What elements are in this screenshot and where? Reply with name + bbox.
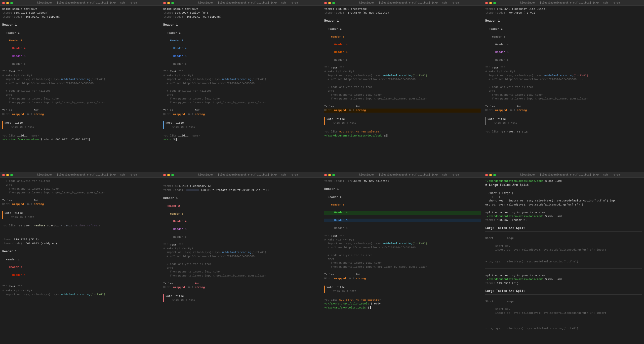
terminal-top-mid1[interactable]: klessinger — [klessinger@MacBook-Pro.fri…: [161, 0, 322, 172]
close-button-4[interactable]: [485, 2, 488, 4]
maximize-button-4[interactable]: [493, 2, 496, 4]
titlebar-1: klessinger — [klessinger@MacBook-Pro.fri…: [0, 0, 161, 6]
h6: Header 6: [2, 62, 159, 66]
tables-line: Tables Fmt: [2, 109, 159, 112]
h1: Header 1: [2, 23, 159, 27]
terminal-top-left[interactable]: klessinger — [klessinger@MacBook-Pro.fri…: [0, 0, 161, 172]
terminal-bot-left[interactable]: klessinger — [klessinger@MacBook-Pro.fri…: [0, 172, 161, 344]
prompt-line: ~/axc/src/axc/markdown $ mdv -t 665.9171…: [2, 138, 159, 142]
maximize-button-2[interactable]: [171, 2, 174, 4]
terminal-bot-mid2[interactable]: klessinger — [klessinger@MacBook-Pro.fri…: [322, 172, 483, 344]
minimize-button-5[interactable]: [6, 174, 9, 176]
minimize-button-8[interactable]: [489, 174, 492, 176]
close-button-8[interactable]: [485, 174, 488, 176]
window-title-4: klessinger — [klessinger@MacBook-Pro.fri…: [498, 2, 642, 4]
h3: Header 3: [2, 39, 159, 43]
window-title-1: klessinger — [klessinger@MacBook-Pro.fri…: [15, 2, 159, 4]
note-block-4: Note: title this is a Note: [485, 117, 642, 125]
note-block-5: Note: title this is a Note: [2, 211, 159, 219]
note-block-6: Note: title this is a Note: [163, 294, 320, 302]
close-button-7[interactable]: [324, 174, 327, 176]
close-button-5[interactable]: [2, 174, 5, 176]
window-title-6: klessinger — [klessinger@MacBook-Pro.fri…: [176, 174, 320, 176]
close-button[interactable]: [2, 2, 5, 4]
terminal-content-2[interactable]: Using sample markdown theme: 884.0977 (S…: [161, 6, 322, 172]
maximize-button-3[interactable]: [332, 2, 335, 4]
terminal-content-7[interactable]: theme (code): 579.6579 (My new palette) …: [322, 178, 483, 344]
close-button-6[interactable]: [163, 174, 166, 176]
terminal-content-4[interactable]: theme: 676.3548 (Burgundy Lime Juice) th…: [483, 6, 644, 172]
code-theme-line: theme (code): 665.9171 (carribbean): [2, 15, 159, 19]
close-button-3[interactable]: [324, 2, 327, 4]
note-block-7: Note: title this is a Note: [324, 286, 481, 293]
minimize-button[interactable]: [6, 2, 9, 4]
terminal-bot-mid1[interactable]: klessinger — [klessinger@MacBook-Pro.fri…: [161, 172, 322, 344]
terminal-content-8[interactable]: ~/axc/documentation/axess/docs/zodb $ ca…: [483, 178, 644, 344]
terminal-top-mid2[interactable]: klessinger — [klessinger@MacBook-Pro.fri…: [322, 0, 483, 172]
close-button-2[interactable]: [163, 2, 166, 4]
terminal-content-6[interactable]: theme: 884.0134 (Legendary 5) theme (cod…: [161, 178, 322, 344]
terminal-top-right[interactable]: klessinger — [klessinger@MacBook-Pro.fri…: [483, 0, 644, 172]
window-title-5: klessinger — [klessinger@MacBook-Pro.fri…: [15, 174, 159, 176]
window-title-8: klessinger — [klessinger@MacBook-Pro.fri…: [498, 174, 642, 176]
maximize-button-5[interactable]: [10, 174, 13, 176]
titlebar-7: klessinger — [klessinger@MacBook-Pro.fri…: [322, 172, 483, 178]
window-title-3: klessinger — [klessinger@MacBook-Pro.fri…: [337, 2, 481, 4]
window-title-7: klessinger — [klessinger@MacBook-Pro.fri…: [337, 174, 481, 176]
titlebar-2: klessinger — [klessinger@MacBook-Pro.fri…: [161, 0, 322, 6]
h4: Header 4: [2, 47, 159, 50]
minimize-button-4[interactable]: [489, 2, 492, 4]
titlebar-5: klessinger — [klessinger@MacBook-Pro.fri…: [0, 172, 161, 178]
minimize-button-2[interactable]: [167, 2, 170, 4]
minimize-button-6[interactable]: [167, 174, 170, 176]
note-block: Note: title this is a Note: [2, 121, 159, 129]
titlebar-8: klessinger — [klessinger@MacBook-Pro.fri…: [483, 172, 644, 178]
terminal-content-3[interactable]: theme: 663.6093 (reddyred) theme (code):…: [322, 6, 483, 172]
note-block-2: Note: title this is a Note: [163, 121, 320, 129]
titlebar-6: klessinger — [klessinger@MacBook-Pro.fri…: [161, 172, 322, 178]
maximize-button[interactable]: [10, 2, 13, 4]
h5: Header 5: [2, 54, 159, 58]
you-line: You like __id__, name?: [2, 134, 159, 138]
titlebar-4: klessinger — [klessinger@MacBook-Pro.fri…: [483, 0, 644, 6]
terminal-bot-right[interactable]: klessinger — [klessinger@MacBook-Pro.fri…: [483, 172, 644, 344]
terminal-content-1[interactable]: Using sample markdown theme: 665.9171 (c…: [0, 6, 161, 172]
maximize-button-8[interactable]: [493, 174, 496, 176]
hint-line: Hint: wrapped 0.1 strong: [2, 113, 159, 116]
minimize-button-7[interactable]: [328, 174, 331, 176]
test-line: """ Test """: [2, 70, 159, 74]
maximize-button-6[interactable]: [171, 174, 174, 176]
titlebar-3: klessinger — [klessinger@MacBook-Pro.fri…: [322, 0, 483, 6]
theme-line: theme: 665.9171 (carribbean): [2, 11, 159, 15]
minimize-button-3[interactable]: [328, 2, 331, 4]
using-label: Using sample markdown: [2, 7, 159, 11]
window-title-2: klessinger — [klessinger@MacBook-Pro.fri…: [176, 2, 320, 4]
note-block-3: Note: title this is a Note: [324, 117, 481, 125]
h2: Header 2: [2, 31, 159, 35]
maximize-button-7[interactable]: [332, 174, 335, 176]
terminal-content-5[interactable]: # code analysis for hilite: try: from py…: [0, 178, 161, 344]
